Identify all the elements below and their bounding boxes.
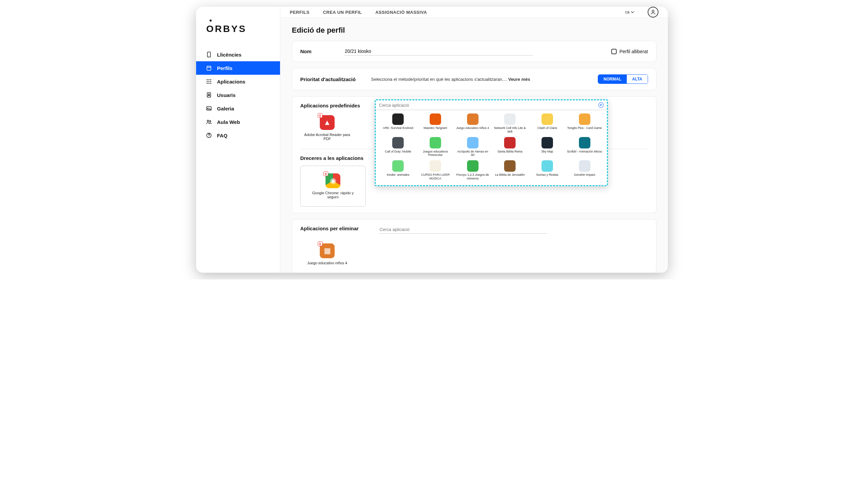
sidebar-item-label: Aplicacions	[217, 79, 245, 85]
lang-selector[interactable]: ca	[625, 10, 634, 14]
popup-app-icon	[579, 137, 590, 148]
popup-app-label: Tongits Plus - Card Game	[567, 126, 602, 130]
popup-app-tile[interactable]: Tongits Plus - Card Game	[567, 113, 602, 134]
sidebar-item-faq[interactable]: FAQ	[196, 128, 280, 142]
popup-app-tile[interactable]: Genshin Impact	[567, 160, 602, 181]
nom-label: Nom	[300, 48, 331, 54]
app-search-popup: + ARK: Survival EvolvedMaestro TangramJu…	[375, 99, 608, 186]
tab-crea-perfil[interactable]: CREA UN PERFIL	[323, 10, 362, 15]
veure-mes-link[interactable]: Veure més	[508, 77, 530, 82]
popup-app-icon	[579, 113, 590, 125]
svg-point-12	[206, 83, 207, 84]
popup-app-tile[interactable]: Acrópolis de Atenas en 3D	[455, 137, 490, 157]
user-icon	[650, 9, 656, 15]
popup-app-tile[interactable]: Juegos educativos Preescolar	[418, 137, 453, 157]
popup-app-icon	[467, 137, 479, 148]
sidebar-item-perfils[interactable]: Perfils	[196, 61, 280, 75]
popup-app-label: Sky Map	[541, 150, 553, 153]
sidebar-item-aula-web[interactable]: Aula Web	[196, 115, 280, 128]
license-icon	[206, 51, 212, 58]
app-tile[interactable]: 🗑◉Google Chrome: rápido y seguro	[309, 173, 357, 199]
app-tile[interactable]: 🗑▲Adobe Acrobat Reader para PDF	[304, 115, 351, 141]
users-icon	[206, 91, 212, 98]
gallery-icon	[206, 105, 212, 112]
popup-app-tile[interactable]: Clash of Clans	[530, 113, 565, 134]
classweb-icon	[206, 119, 212, 125]
card-nom: Nom Perfil alliberat	[292, 41, 657, 62]
elim-app-grid: 🗑▦Juego educativo niños 4	[300, 242, 648, 267]
sidebar-nav: LlicènciesPerfilsAplicacionsUsuarisGaler…	[196, 48, 280, 142]
app-window: ORBYS LlicènciesPerfilsAplicacionsUsuari…	[196, 7, 668, 273]
sidebar-item-llicències[interactable]: Llicències	[196, 48, 280, 61]
sidebar-item-aplicacions[interactable]: Aplicacions	[196, 75, 280, 88]
tab-perfils[interactable]: PERFILS	[290, 10, 309, 15]
profiles-icon	[206, 65, 212, 71]
popup-app-tile[interactable]: Santa Biblia Reina	[492, 137, 528, 157]
popup-app-icon	[430, 137, 441, 148]
popup-app-icon	[392, 113, 404, 125]
prioritat-toggle: NORMAL ALTA	[598, 74, 648, 84]
card-eliminar: Aplicacions per eliminar 🗑▦Juego educati…	[292, 219, 657, 273]
popup-app-grid[interactable]: ARK: Survival EvolvedMaestro TangramJueg…	[376, 110, 607, 185]
user-avatar[interactable]	[648, 7, 658, 17]
popup-app-label: Acrópolis de Atenas en 3D	[455, 150, 490, 157]
add-icon[interactable]: +	[599, 102, 604, 108]
elim-search-input[interactable]	[379, 225, 547, 234]
popup-app-icon	[541, 137, 553, 148]
popup-app-label: La Biblia de Jerusalén	[495, 173, 525, 177]
popup-app-icon	[541, 113, 553, 125]
popup-app-tile[interactable]: Call of Duty: Mobile	[381, 137, 416, 157]
delete-badge-icon[interactable]: 🗑	[324, 171, 328, 176]
tab-assignacio[interactable]: ASSIGNACIÓ MASSIVA	[375, 10, 427, 15]
popup-app-tile[interactable]: Juego educativo niños 4	[455, 113, 490, 134]
toggle-normal[interactable]: NORMAL	[598, 75, 627, 84]
app-tile[interactable]: 🗑▦Juego educativo niños 4	[304, 243, 351, 265]
popup-app-tile[interactable]: CURSO PARA LEER MÚSICA	[418, 160, 453, 181]
popup-app-tile[interactable]: Kinder: animales	[381, 160, 416, 181]
sidebar-item-label: Llicències	[217, 52, 242, 58]
popup-search-input[interactable]	[379, 103, 596, 108]
svg-point-11	[210, 81, 211, 82]
popup-app-label: Call of Duty: Mobile	[385, 150, 411, 153]
lang-label: ca	[625, 10, 629, 14]
logo-dot-icon	[209, 20, 212, 22]
nom-input[interactable]	[344, 47, 533, 56]
popup-app-tile[interactable]: Maestro Tangram	[418, 113, 453, 134]
sidebar-item-galeria[interactable]: Galeria	[196, 102, 280, 115]
sidebar-item-label: Galeria	[217, 106, 234, 111]
apps-icon	[206, 78, 212, 85]
popup-app-tile[interactable]: Sky Map	[530, 137, 565, 157]
popup-app-tile[interactable]: Scribbl - Animación efecto	[567, 137, 602, 157]
popup-app-tile[interactable]: ARK: Survival Evolved	[381, 113, 416, 134]
popup-app-label: Juegos educativos Preescolar	[418, 150, 453, 157]
toggle-alta[interactable]: ALTA	[627, 75, 648, 84]
app-icon: 🗑▲	[320, 115, 335, 130]
svg-point-9	[206, 81, 207, 82]
popup-app-tile[interactable]: Pocoyo 1,2,3 Juegos de números	[455, 160, 490, 181]
popup-app-tile[interactable]: La Biblia de Jerusalén	[492, 160, 528, 181]
card-aplicacions: Aplicacions predefinides 🗑▲Adobe Acrobat…	[292, 96, 657, 213]
section-elim-title: Aplicacions per eliminar	[300, 225, 359, 231]
svg-point-1	[208, 56, 209, 57]
perfil-alliberat[interactable]: Perfil alliberat	[611, 49, 648, 54]
app-icon: 🗑◉	[325, 173, 340, 188]
svg-point-20	[209, 121, 211, 122]
topbar: PERFILS CREA UN PERFIL ASSIGNACIÓ MASSIV…	[280, 7, 668, 18]
popup-app-tile[interactable]: Network Cell Info Lite & Wifi	[492, 113, 528, 134]
delete-badge-icon[interactable]: 🗑	[318, 113, 323, 118]
prioritat-label: Prioritat d'actualització	[300, 76, 361, 82]
faq-icon	[206, 132, 212, 139]
alliberat-label: Perfil alliberat	[619, 49, 648, 54]
popup-app-label: Genshin Impact	[574, 173, 595, 177]
app-icon: 🗑▦	[320, 243, 335, 258]
delete-badge-icon[interactable]: 🗑	[318, 242, 323, 246]
svg-point-14	[210, 83, 211, 84]
checkbox-icon[interactable]	[611, 49, 617, 54]
popup-app-tile[interactable]: Sumas y Restas	[530, 160, 565, 181]
content: Edició de perfil Nom Perfil alliberat Pr…	[280, 18, 668, 273]
sidebar-item-usuaris[interactable]: Usuaris	[196, 88, 280, 102]
popup-app-icon	[579, 160, 590, 172]
popup-app-label: Kinder: animales	[387, 173, 409, 177]
svg-point-10	[208, 81, 209, 82]
app-label: Google Chrome: rápido y seguro	[309, 191, 357, 199]
